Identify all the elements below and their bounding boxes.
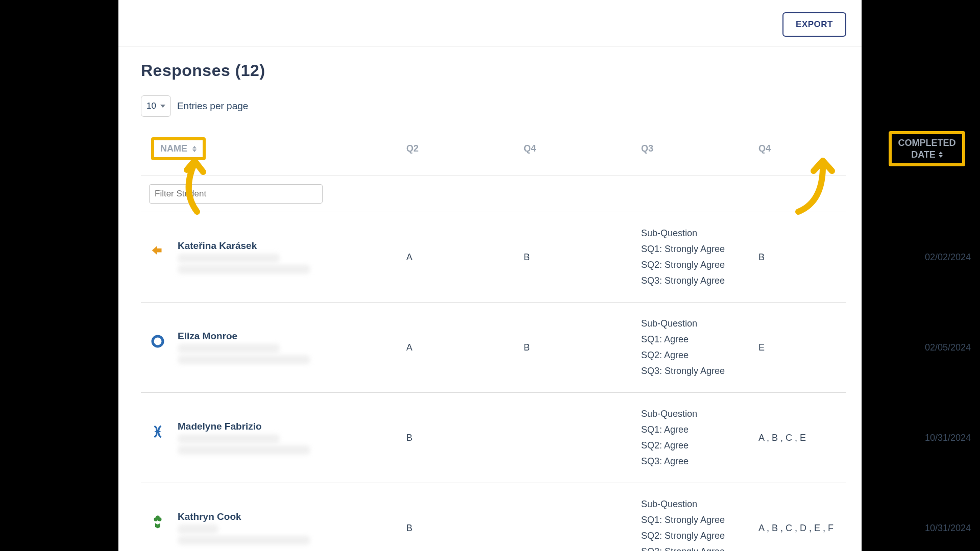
name-cell: Eliza Monroe: [141, 331, 406, 364]
q2-cell: A: [406, 252, 524, 263]
avatar-icon: [149, 423, 166, 440]
q3-line: SQ2: Strongly Agree: [641, 529, 758, 543]
export-button[interactable]: EXPORT: [782, 12, 846, 37]
table-row: Kateřina Karásek A B Sub-Question SQ1: S…: [141, 212, 846, 303]
column-name[interactable]: NAME: [141, 137, 406, 160]
annotation-highlight-date: COMPLETED DATE: [889, 131, 965, 166]
q3-cell: Sub-Question SQ1: Strongly Agree SQ2: St…: [641, 497, 758, 551]
filter-row: [141, 176, 846, 212]
redacted-text: [178, 265, 310, 274]
date-cell: 02/05/2024: [876, 342, 978, 353]
q4b-cell: A , B , C , E: [758, 433, 876, 443]
avatar-icon: [149, 513, 166, 531]
responses-table: NAME Q2 Q4 Q3 Q4 COMPLETED DATE: [141, 126, 846, 551]
date-cell: 02/02/2024: [876, 252, 978, 263]
q3-title: Sub-Question: [641, 317, 758, 331]
annotation-highlight-name: NAME: [151, 137, 206, 160]
q3-line: SQ2: Agree: [641, 439, 758, 453]
student-name: Madelyne Fabrizio: [178, 421, 310, 432]
column-completed-line1: COMPLETED: [898, 137, 955, 149]
student-name: Eliza Monroe: [178, 331, 310, 342]
q4a-cell: B: [524, 252, 641, 263]
entries-per-page: 10 Entries per page: [141, 95, 846, 117]
column-q4-a[interactable]: Q4: [524, 143, 641, 154]
avatar-icon: [149, 242, 166, 260]
date-cell: 10/31/2024: [876, 523, 978, 534]
redacted-text: [178, 524, 218, 534]
q3-cell: Sub-Question SQ1: Agree SQ2: Agree SQ3: …: [641, 317, 758, 378]
column-q4b-label: Q4: [758, 143, 771, 154]
filter-student-input[interactable]: [149, 184, 323, 204]
name-cell: Kathryn Cook: [141, 511, 406, 545]
q3-line: SQ3: Strongly Agree: [641, 545, 758, 551]
redacted-text: [178, 355, 310, 364]
sort-icon: [192, 146, 197, 152]
q3-title: Sub-Question: [641, 407, 758, 421]
redacted-text: [178, 254, 280, 263]
q3-line: SQ3: Strongly Agree: [641, 364, 758, 378]
q4b-cell: B: [758, 252, 876, 263]
redacted-text: [178, 434, 280, 443]
date-cell: 10/31/2024: [876, 433, 978, 443]
q2-cell: B: [406, 523, 524, 534]
column-q4-b[interactable]: Q4: [758, 143, 876, 154]
student-name: Kateřina Karásek: [178, 240, 310, 252]
name-cell: Kateřina Karásek: [141, 240, 406, 274]
q2-cell: B: [406, 433, 524, 443]
q3-line: SQ3: Agree: [641, 455, 758, 468]
q3-cell: Sub-Question SQ1: Agree SQ2: Agree SQ3: …: [641, 407, 758, 468]
q3-line: SQ1: Agree: [641, 333, 758, 346]
q3-line: SQ1: Agree: [641, 423, 758, 437]
column-q2-label: Q2: [406, 143, 419, 154]
q3-cell: Sub-Question SQ1: Strongly Agree SQ2: St…: [641, 227, 758, 288]
student-name: Kathryn Cook: [178, 511, 310, 522]
q3-line: SQ2: Agree: [641, 348, 758, 362]
column-q2[interactable]: Q2: [406, 143, 524, 154]
entries-per-page-value: 10: [146, 101, 156, 111]
q4a-cell: B: [524, 342, 641, 353]
q3-title: Sub-Question: [641, 497, 758, 511]
redacted-text: [178, 344, 280, 353]
column-completed-line2: DATE: [911, 149, 936, 161]
table-row: Kathryn Cook B Sub-Question SQ1: Strongl…: [141, 483, 846, 551]
page-title: Responses (12): [141, 61, 846, 80]
column-completed-date[interactable]: COMPLETED DATE: [876, 131, 978, 166]
svg-point-0: [153, 336, 163, 346]
top-bar: EXPORT: [118, 0, 862, 47]
column-q3[interactable]: Q3: [641, 143, 758, 154]
q4b-cell: A , B , C , D , E , F: [758, 523, 876, 534]
q3-line: SQ2: Strongly Agree: [641, 258, 758, 272]
table-row: Eliza Monroe A B Sub-Question SQ1: Agree…: [141, 303, 846, 393]
q4b-cell: E: [758, 342, 876, 353]
column-name-label: NAME: [160, 143, 187, 154]
q3-line: SQ1: Strongly Agree: [641, 513, 758, 527]
avatar-icon: [149, 333, 166, 350]
entries-per-page-label: Entries per page: [177, 101, 248, 112]
chevron-down-icon: [160, 105, 165, 108]
redacted-text: [178, 445, 310, 455]
sort-icon: [939, 152, 943, 158]
table-header: NAME Q2 Q4 Q3 Q4 COMPLETED DATE: [141, 126, 846, 176]
q3-line: SQ3: Strongly Agree: [641, 274, 758, 288]
name-cell: Madelyne Fabrizio: [141, 421, 406, 455]
column-q3-label: Q3: [641, 143, 653, 154]
entries-per-page-select[interactable]: 10: [141, 95, 171, 117]
column-q4a-label: Q4: [524, 143, 536, 154]
table-row: Madelyne Fabrizio B Sub-Question SQ1: Ag…: [141, 393, 846, 483]
q3-line: SQ1: Strongly Agree: [641, 242, 758, 256]
q2-cell: A: [406, 342, 524, 353]
redacted-text: [178, 536, 310, 545]
q3-title: Sub-Question: [641, 227, 758, 240]
